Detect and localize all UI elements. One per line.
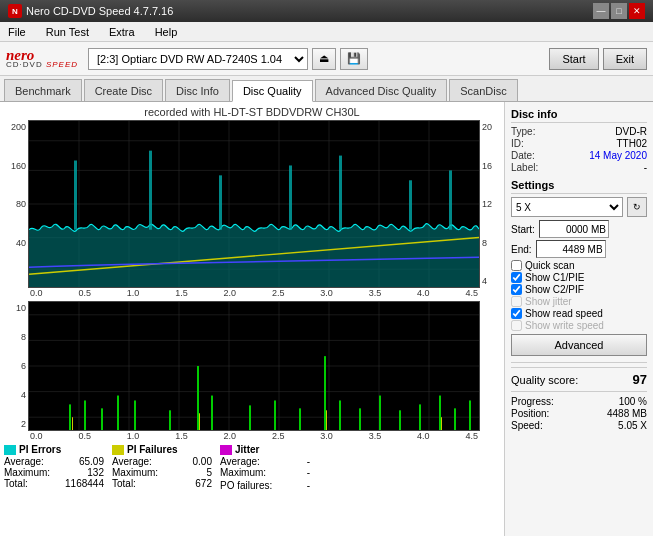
svg-rect-41: [211, 396, 213, 430]
minimize-button[interactable]: —: [593, 3, 609, 19]
title-text: Nero CD-DVD Speed 4.7.7.16: [26, 5, 173, 17]
speed-label: Speed:: [511, 420, 543, 431]
jitter-avg-label: Average:: [220, 456, 260, 467]
main-content: recorded with HL-DT-ST BDDVDRW CH30L 200…: [0, 102, 653, 536]
settings-section: Settings 5 X 1 X 2 X 4 X 8 X 16 X ↻ Star…: [511, 179, 647, 356]
x-lower-0.5: 0.5: [78, 431, 91, 441]
y-upper-160: 160: [11, 161, 26, 171]
id-value: TTH02: [616, 138, 647, 149]
po-failures-val: -: [307, 480, 310, 491]
menu-bar: File Run Test Extra Help: [0, 22, 653, 42]
pi-failures-max-val: 5: [206, 467, 212, 478]
y-upper-80: 80: [16, 199, 26, 209]
chart-title: recorded with HL-DT-ST BDDVDRW CH30L: [4, 106, 500, 118]
maximize-button[interactable]: □: [611, 3, 627, 19]
y-right-8: 8: [482, 238, 487, 248]
svg-rect-51: [439, 396, 441, 430]
y-lower-10: 10: [16, 303, 26, 313]
toolbar: nero CD·DVD SPEED [2:3] Optiarc DVD RW A…: [0, 42, 653, 76]
pi-errors-avg-label: Average:: [4, 456, 44, 467]
show-read-speed-checkbox[interactable]: [511, 308, 522, 319]
menu-run-test[interactable]: Run Test: [42, 25, 93, 39]
tab-benchmark[interactable]: Benchmark: [4, 79, 82, 101]
svg-rect-55: [199, 413, 200, 430]
end-input[interactable]: [536, 240, 606, 258]
quick-scan-checkbox[interactable]: [511, 260, 522, 271]
x-lower-0.0: 0.0: [30, 431, 43, 441]
show-read-speed-label: Show read speed: [525, 308, 603, 319]
position-value: 4488 MB: [607, 408, 647, 419]
pi-errors-label: PI Errors: [19, 444, 61, 455]
quick-scan-label: Quick scan: [525, 260, 574, 271]
quality-divider: [511, 362, 647, 363]
settings-refresh-button[interactable]: ↻: [627, 197, 647, 217]
x-upper-0.5: 0.5: [78, 288, 91, 298]
x-upper-3.5: 3.5: [369, 288, 382, 298]
jitter-max-val: -: [307, 467, 310, 478]
x-lower-4.5: 4.5: [465, 431, 478, 441]
speed-selector[interactable]: 5 X 1 X 2 X 4 X 8 X 16 X: [511, 197, 623, 217]
menu-help[interactable]: Help: [151, 25, 182, 39]
pi-errors-total-label: Total:: [4, 478, 28, 489]
start-button[interactable]: Start: [549, 48, 598, 70]
svg-rect-53: [469, 400, 471, 430]
show-jitter-label: Show jitter: [525, 296, 572, 307]
date-value: 14 May 2020: [589, 150, 647, 161]
disc-info-section: Disc info Type: DVD-R ID: TTH02 Date: 14…: [511, 108, 647, 173]
pi-failures-avg-label: Average:: [112, 456, 152, 467]
show-c1pie-label: Show C1/PIE: [525, 272, 584, 283]
po-failures-label: PO failures:: [220, 480, 272, 491]
svg-rect-38: [134, 400, 136, 430]
lower-chart-svg: [28, 301, 480, 431]
show-jitter-checkbox[interactable]: [511, 296, 522, 307]
show-write-speed-label: Show write speed: [525, 320, 604, 331]
quality-section: Quality score: 97 Progress: 100 % Positi…: [511, 367, 647, 431]
disc-label-value: -: [644, 162, 647, 173]
show-write-speed-checkbox[interactable]: [511, 320, 522, 331]
y-lower-8: 8: [21, 332, 26, 342]
tab-create-disc[interactable]: Create Disc: [84, 79, 163, 101]
y-upper-40: 40: [16, 238, 26, 248]
start-input[interactable]: [539, 220, 609, 238]
pi-failures-total-val: 672: [195, 478, 212, 489]
advanced-button[interactable]: Advanced: [511, 334, 647, 356]
settings-title: Settings: [511, 179, 647, 194]
svg-rect-44: [299, 408, 301, 430]
tab-disc-info[interactable]: Disc Info: [165, 79, 230, 101]
save-button[interactable]: 💾: [340, 48, 368, 70]
drive-selector[interactable]: [2:3] Optiarc DVD RW AD-7240S 1.04: [88, 48, 308, 70]
tab-scan-disc[interactable]: ScanDisc: [449, 79, 517, 101]
svg-rect-50: [419, 404, 421, 430]
show-c2pif-checkbox[interactable]: [511, 284, 522, 295]
date-label: Date:: [511, 150, 535, 161]
pi-failures-stat: PI Failures Average: 0.00 Maximum: 5 Tot…: [112, 444, 212, 489]
x-upper-2.0: 2.0: [224, 288, 237, 298]
svg-rect-37: [117, 396, 119, 430]
svg-rect-46: [339, 400, 341, 430]
eject-button[interactable]: ⏏: [312, 48, 336, 70]
quality-divider2: [511, 391, 647, 392]
tab-disc-quality[interactable]: Disc Quality: [232, 80, 313, 102]
jitter-avg-val: -: [307, 456, 310, 467]
progress-label: Progress:: [511, 396, 554, 407]
x-upper-0.0: 0.0: [30, 288, 43, 298]
menu-extra[interactable]: Extra: [105, 25, 139, 39]
exit-button[interactable]: Exit: [603, 48, 647, 70]
svg-rect-47: [359, 408, 361, 430]
menu-file[interactable]: File: [4, 25, 30, 39]
y-right-4: 4: [482, 276, 487, 286]
start-label: Start:: [511, 224, 535, 235]
id-label: ID:: [511, 138, 524, 149]
title-bar: N Nero CD-DVD Speed 4.7.7.16 — □ ✕: [0, 0, 653, 22]
tab-advanced-disc-quality[interactable]: Advanced Disc Quality: [315, 79, 448, 101]
y-lower-4: 4: [21, 390, 26, 400]
svg-rect-34: [69, 404, 71, 430]
end-label: End:: [511, 244, 532, 255]
svg-rect-14: [149, 151, 152, 230]
y-lower-2: 2: [21, 419, 26, 429]
pi-errors-total-val: 1168444: [65, 478, 104, 489]
close-button[interactable]: ✕: [629, 3, 645, 19]
show-c1pie-checkbox[interactable]: [511, 272, 522, 283]
pi-errors-avg-val: 65.09: [79, 456, 104, 467]
svg-rect-40: [197, 366, 199, 430]
